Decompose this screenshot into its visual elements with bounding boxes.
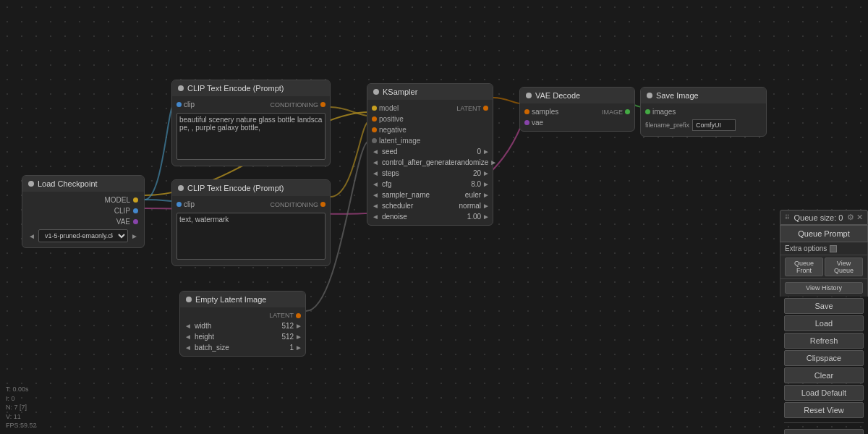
extra-options-checkbox[interactable] (830, 245, 837, 252)
clear-button[interactable]: Clear (784, 367, 864, 383)
vae-label: VAE (116, 218, 130, 226)
control-prev[interactable]: ◄ (370, 158, 380, 166)
queue-close-icon[interactable]: ✕ (856, 213, 863, 222)
ckpt-selector-row[interactable]: ◄ v1-5-pruned-emaonly.ckpt ► (22, 227, 144, 244)
stat-n: N: 7 [7] (6, 403, 37, 412)
k-latent-input-port (372, 138, 377, 143)
clip1-body: clip CONDITIONING beautiful scenery natu… (172, 96, 330, 166)
clip1-text[interactable]: beautiful scenery nature glass bottle la… (176, 113, 326, 160)
sampler-next[interactable]: ► (482, 191, 490, 199)
width-next[interactable]: ► (295, 322, 302, 330)
save-image-body: images filename_prefix (641, 103, 766, 136)
clip2-output-port (320, 202, 326, 207)
model-label: MODEL (104, 196, 130, 204)
queue-options-row: Queue Front View Queue (780, 255, 868, 279)
clip1-output-label: CONDITIONING (271, 101, 319, 109)
load-button[interactable]: Load (784, 315, 864, 331)
k-negative-label: negative (379, 126, 407, 134)
empty-latent-body: LATENT ◄ width 512 ► ◄ height 512 ► ◄ ba… (180, 307, 305, 356)
height-row[interactable]: ◄ height 512 ► (180, 331, 305, 342)
load-checkpoint-dot (28, 181, 34, 187)
ckpt-next[interactable]: ► (129, 232, 140, 240)
k-positive-label: positive (379, 115, 404, 123)
save-images-port (645, 109, 650, 114)
denoise-row[interactable]: ◄ denoise 1.00 ► (367, 211, 493, 222)
scheduler-prev[interactable]: ◄ (370, 202, 380, 210)
load-checkpoint-node: Load Checkpoint MODEL CLIP VAE ◄ v1-5-pr… (22, 175, 145, 248)
seed-row[interactable]: ◄ seed 0 ► (367, 146, 493, 157)
ksampler-title: KSampler (383, 88, 417, 96)
stat-v: V: 11 (6, 412, 37, 422)
cfg-next[interactable]: ► (482, 180, 490, 188)
empty-latent-image-node: Empty Latent Image LATENT ◄ width 512 ► … (179, 291, 306, 357)
width-prev[interactable]: ◄ (183, 322, 193, 330)
control-row[interactable]: ◄ control_after_generate randomize ► (367, 157, 493, 168)
queue-prompt-button[interactable]: Queue Prompt (780, 225, 868, 242)
height-prev[interactable]: ◄ (183, 333, 193, 341)
vae-decode-header: VAE Decode (520, 88, 634, 103)
model-port (133, 197, 138, 203)
seed-label: seed (380, 148, 477, 156)
denoise-label: denoise (380, 213, 467, 221)
cfg-prev[interactable]: ◄ (370, 180, 380, 188)
queue-front-button[interactable]: Queue Front (785, 258, 823, 276)
cfg-row[interactable]: ◄ cfg 8.0 ► (367, 179, 493, 190)
steps-prev[interactable]: ◄ (370, 169, 380, 177)
clipspace-button[interactable]: Clipspace (784, 350, 864, 366)
reset-view-button[interactable]: Reset View (784, 402, 864, 418)
clip1-input-label: clip (184, 101, 195, 109)
batch-prev[interactable]: ◄ (183, 344, 193, 352)
load-checkpoint-title: Load Checkpoint (38, 179, 98, 188)
ckpt-dropdown[interactable]: v1-5-pruned-emaonly.ckpt (38, 229, 128, 242)
manager-button[interactable]: Manager (784, 429, 864, 434)
ckpt-prev[interactable]: ◄ (27, 232, 37, 240)
model-output-row: MODEL (22, 195, 144, 205)
ksampler-node: KSampler model LATENT positive negative … (367, 83, 493, 226)
cfg-label: cfg (380, 180, 471, 188)
clip2-text[interactable]: text, watermark (176, 213, 326, 260)
control-label: control_after_generate (380, 158, 455, 166)
scheduler-label: scheduler (380, 202, 459, 210)
refresh-button[interactable]: Refresh (784, 333, 864, 349)
batch-row[interactable]: ◄ batch_size 1 ► (180, 342, 305, 353)
width-row[interactable]: ◄ width 512 ► (180, 320, 305, 331)
scheduler-next[interactable]: ► (482, 202, 490, 210)
view-queue-button[interactable]: View Queue (825, 258, 863, 276)
extra-options-label: Extra options (785, 244, 827, 252)
save-button[interactable]: Save (784, 298, 864, 314)
vae-vae-label: vae (532, 119, 543, 127)
steps-value: 20 (473, 169, 482, 177)
clip-text-encode-1-node: CLIP Text Encode (Prompt) clip CONDITION… (171, 80, 331, 166)
filename-prefix-input[interactable] (692, 119, 736, 131)
save-image-node: Save Image images filename_prefix (640, 87, 767, 137)
control-next[interactable]: ► (490, 158, 497, 166)
view-history-button[interactable]: View History (785, 282, 863, 294)
sampler-prev[interactable]: ◄ (370, 191, 380, 199)
stat-t: T: 0.00s (6, 385, 37, 394)
steps-row[interactable]: ◄ steps 20 ► (367, 168, 493, 179)
control-value: randomize (455, 158, 490, 166)
load-default-button[interactable]: Load Default (784, 385, 864, 401)
height-next[interactable]: ► (295, 333, 302, 341)
batch-next[interactable]: ► (295, 344, 302, 352)
seed-next[interactable]: ► (482, 148, 490, 156)
clip1-title: CLIP Text Encode (Prompt) (187, 84, 284, 93)
vae-decode-body: samples IMAGE vae (520, 103, 634, 131)
vae-decode-title: VAE Decode (535, 91, 580, 100)
save-image-title: Save Image (656, 91, 699, 100)
save-image-header: Save Image (641, 88, 766, 103)
queue-settings-icon[interactable]: ⚙ (847, 213, 854, 222)
seed-prev[interactable]: ◄ (370, 148, 380, 156)
denoise-next[interactable]: ► (482, 213, 490, 221)
clip2-title: CLIP Text Encode (Prompt) (187, 184, 284, 192)
stats-panel: T: 0.00s I: 0 N: 7 [7] V: 11 FPS:59.52 (6, 385, 37, 430)
scheduler-row[interactable]: ◄ scheduler normal ► (367, 200, 493, 211)
latent-output-label: LATENT (269, 312, 294, 319)
steps-next[interactable]: ► (482, 169, 490, 177)
vae-vae-port (524, 120, 529, 125)
sampler-row[interactable]: ◄ sampler_name euler ► (367, 190, 493, 200)
ksampler-header: KSampler (367, 84, 493, 100)
queue-header-icons: ⚙ ✕ (847, 213, 863, 222)
k-positive-port (372, 116, 377, 122)
denoise-prev[interactable]: ◄ (370, 213, 380, 221)
